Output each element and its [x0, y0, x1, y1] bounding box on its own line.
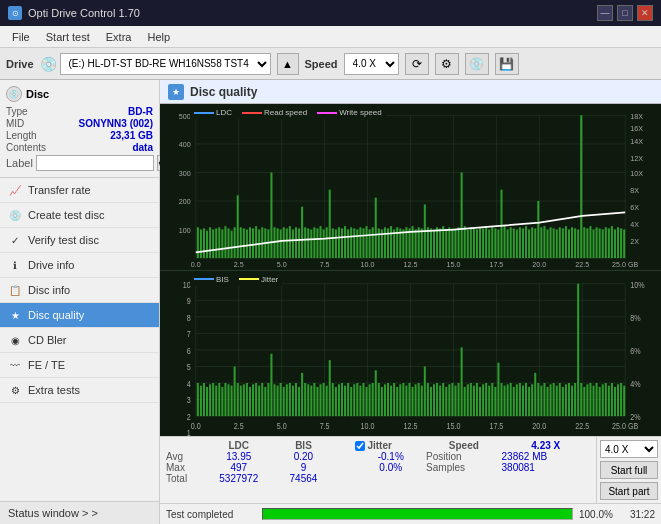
- svg-rect-78: [307, 228, 309, 258]
- sidebar-item-disc-info[interactable]: 📋 Disc info: [0, 278, 159, 303]
- svg-rect-354: [583, 386, 585, 415]
- svg-text:22.5: 22.5: [575, 421, 589, 431]
- disc-label-input[interactable]: [36, 155, 154, 171]
- disc-button[interactable]: 💿: [465, 53, 489, 75]
- svg-rect-267: [316, 386, 318, 415]
- sidebar-label-cd-bler: CD Bler: [28, 334, 67, 346]
- svg-rect-319: [476, 383, 478, 416]
- svg-rect-131: [470, 227, 472, 258]
- sidebar-item-disc-quality[interactable]: ★ Disc quality: [0, 303, 159, 328]
- svg-rect-148: [522, 228, 524, 258]
- sidebar-item-verify-test-disc[interactable]: ✓ Verify test disc: [0, 228, 159, 253]
- sidebar-item-extra-tests[interactable]: ⚙ Extra tests: [0, 378, 159, 403]
- svg-rect-155: [543, 226, 545, 258]
- svg-rect-288: [381, 386, 383, 415]
- svg-text:9: 9: [187, 296, 191, 306]
- sidebar-item-cd-bler[interactable]: ◉ CD Bler: [0, 328, 159, 353]
- avg-label: Avg: [166, 451, 201, 462]
- svg-rect-84: [326, 227, 328, 258]
- svg-text:300: 300: [179, 169, 191, 178]
- menu-help[interactable]: Help: [139, 29, 178, 45]
- sidebar-item-fe-te[interactable]: 〰 FE / TE: [0, 353, 159, 378]
- disc-type-row: Type BD-R: [6, 106, 153, 117]
- fe-te-icon: 〰: [8, 358, 22, 372]
- svg-rect-365: [617, 384, 619, 416]
- titlebar-controls: — □ ✕: [597, 5, 653, 21]
- svg-rect-232: [209, 384, 211, 416]
- minimize-button[interactable]: —: [597, 5, 613, 21]
- speed-select[interactable]: 4.0 X: [600, 440, 658, 458]
- sidebar-item-create-test-disc[interactable]: 💿 Create test disc: [0, 203, 159, 228]
- svg-rect-256: [283, 386, 285, 415]
- create-test-disc-icon: 💿: [8, 208, 22, 222]
- svg-rect-244: [246, 383, 248, 416]
- svg-text:2X: 2X: [630, 237, 639, 246]
- svg-text:2.5: 2.5: [234, 260, 244, 269]
- svg-rect-107: [396, 227, 398, 258]
- settings-button[interactable]: ⚙: [435, 53, 459, 75]
- svg-rect-243: [243, 384, 245, 416]
- eject-button[interactable]: ▲: [277, 53, 299, 75]
- disc-quality-header: ★ Disc quality: [160, 80, 661, 104]
- svg-rect-245: [249, 386, 251, 415]
- svg-text:12X: 12X: [630, 154, 643, 163]
- svg-rect-341: [543, 383, 545, 416]
- svg-rect-57: [243, 228, 245, 258]
- status-window-button[interactable]: Status window > >: [0, 501, 159, 524]
- svg-text:25.0 GB: 25.0 GB: [612, 421, 638, 431]
- disc-quality-icon: ★: [8, 308, 22, 322]
- svg-rect-251: [267, 383, 269, 416]
- svg-text:12.5: 12.5: [404, 421, 418, 431]
- drive-select[interactable]: (E:) HL-DT-ST BD-RE WH16NS58 TST4: [60, 53, 271, 75]
- svg-rect-142: [504, 226, 506, 258]
- menu-extra[interactable]: Extra: [98, 29, 140, 45]
- svg-rect-342: [546, 386, 548, 415]
- speed-value-header: 4.23 X: [502, 440, 590, 451]
- svg-rect-349: [568, 383, 570, 416]
- svg-rect-167: [580, 115, 582, 258]
- svg-text:6X: 6X: [630, 203, 639, 212]
- svg-rect-65: [267, 230, 269, 259]
- svg-rect-73: [292, 230, 294, 259]
- jitter-legend-color: [239, 278, 259, 280]
- svg-text:20.0: 20.0: [532, 260, 546, 269]
- svg-text:6%: 6%: [630, 346, 640, 356]
- svg-rect-119: [433, 230, 435, 259]
- svg-rect-327: [500, 383, 502, 416]
- refresh-button[interactable]: ⟳: [405, 53, 429, 75]
- maximize-button[interactable]: □: [617, 5, 633, 21]
- svg-text:0.0: 0.0: [191, 260, 201, 269]
- svg-text:25.0 GB: 25.0 GB: [612, 260, 638, 269]
- svg-rect-79: [310, 230, 312, 259]
- svg-rect-355: [586, 384, 588, 416]
- menu-file[interactable]: File: [4, 29, 38, 45]
- svg-rect-261: [298, 386, 300, 415]
- svg-rect-44: [203, 228, 205, 258]
- speed-col-header: Speed: [426, 440, 501, 451]
- svg-rect-152: [534, 228, 536, 258]
- save-button[interactable]: 💾: [495, 53, 519, 75]
- close-button[interactable]: ✕: [637, 5, 653, 21]
- svg-rect-140: [497, 230, 499, 259]
- disc-label-row: Label ⚙: [6, 155, 153, 171]
- svg-rect-89: [341, 228, 343, 258]
- svg-text:500: 500: [179, 111, 191, 120]
- svg-rect-286: [375, 370, 377, 416]
- svg-rect-324: [491, 383, 493, 416]
- jitter-checkbox[interactable]: [355, 441, 365, 451]
- start-full-button[interactable]: Start full: [600, 461, 658, 479]
- sidebar-item-drive-info[interactable]: ℹ Drive info: [0, 253, 159, 278]
- svg-rect-296: [405, 385, 407, 416]
- menu-start-test[interactable]: Start test: [38, 29, 98, 45]
- progress-bar-fill: [263, 509, 572, 519]
- sidebar-item-transfer-rate[interactable]: 📈 Transfer rate: [0, 178, 159, 203]
- svg-rect-309: [445, 386, 447, 415]
- disc-contents-row: Contents data: [6, 142, 153, 153]
- position-label: Position: [426, 451, 501, 462]
- svg-rect-143: [507, 230, 509, 259]
- start-part-button[interactable]: Start part: [600, 482, 658, 500]
- svg-rect-259: [292, 385, 294, 416]
- disc-header: 💿 Disc: [6, 86, 153, 102]
- speed-select[interactable]: 4.0 X: [344, 53, 399, 75]
- svg-rect-268: [320, 384, 322, 416]
